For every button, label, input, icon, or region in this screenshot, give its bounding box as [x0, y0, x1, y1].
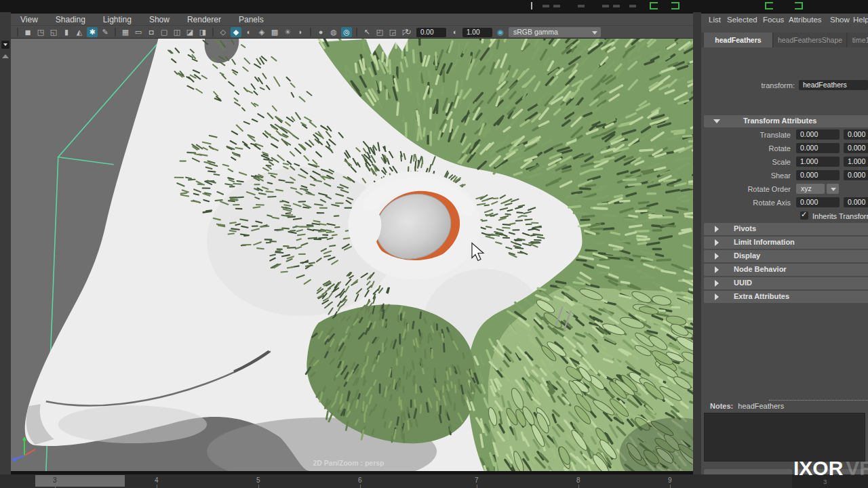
occlusion-icon[interactable]: ●: [315, 27, 326, 37]
collapsed-arrow-icon: [715, 239, 719, 246]
rotate-label: Rotate: [723, 144, 791, 152]
contrast-icon[interactable]: ◖: [449, 27, 460, 37]
menu-show[interactable]: Show: [149, 15, 170, 24]
collapsed-arrow-icon: [715, 266, 719, 273]
bookmark-icon[interactable]: ▮: [61, 27, 72, 37]
menu-panels[interactable]: Panels: [239, 15, 264, 24]
menu-shading[interactable]: Shading: [56, 15, 85, 24]
safe-title-icon[interactable]: ◨: [197, 27, 208, 37]
snap-icon[interactable]: ◰: [374, 27, 385, 37]
panel-expand-icon[interactable]: [2, 54, 9, 58]
menu-view[interactable]: View: [20, 15, 38, 24]
motion-blur-icon[interactable]: ◍: [328, 27, 339, 37]
translate-x-field[interactable]: 0.000: [796, 129, 840, 140]
multisample-icon[interactable]: ◎: [341, 27, 352, 37]
eye: [349, 171, 481, 280]
section-display[interactable]: Display: [704, 250, 868, 262]
inherits-transform-checkbox[interactable]: [800, 211, 808, 220]
record-bracket-icon: [795, 2, 803, 9]
exposure-field[interactable]: 0.00: [416, 28, 446, 37]
time-slider[interactable]: 3 4 5 6 7 8 9 3: [0, 474, 868, 488]
toolbar-separator: [115, 28, 116, 37]
layout-icon[interactable]: ◲: [387, 27, 398, 37]
toolbar-separator: [17, 28, 18, 37]
textured-mode-icon[interactable]: ◐: [243, 27, 254, 37]
menu-show-panel[interactable]: Show: [830, 16, 850, 24]
menu-help[interactable]: Help: [853, 16, 868, 24]
recorder-mark-icon: [553, 5, 560, 7]
viewport-toolbar: ◼ ◳ ◱ ▮ ◭ ✱ ✎ ▦ ▭ ◘ ▢ ◫ ◪ ◨ ◇ ◆ ◐ ◈ ▩ ✳ …: [11, 26, 693, 39]
menu-focus[interactable]: Focus: [763, 16, 784, 24]
color-management-cluster: ↻ 0.00 ◖ 1.00 ◉ sRGB gamma: [403, 27, 601, 37]
shaded-mode-icon[interactable]: ◆: [231, 27, 241, 37]
notes-textarea[interactable]: [704, 413, 865, 462]
collapsed-arrow-icon: [715, 253, 719, 260]
tab-time1[interactable]: time1: [848, 33, 868, 47]
viewport[interactable]: 2D Pan/Zoom : persp: [11, 39, 693, 471]
timeline-tick: 9: [668, 476, 672, 484]
timeline-tick: 8: [576, 476, 580, 484]
lights-icon[interactable]: ✳: [282, 27, 293, 37]
rotate-order-dropdown-button[interactable]: [827, 184, 839, 194]
material-icon[interactable]: ◈: [256, 27, 267, 37]
select-arrow-icon[interactable]: ↖: [361, 27, 372, 37]
section-extra-attributes[interactable]: Extra Attributes: [704, 291, 868, 303]
film-gate-icon[interactable]: ▭: [133, 27, 144, 37]
section-node-behavior[interactable]: Node Behavior: [704, 264, 868, 276]
rotate-axis-x-field[interactable]: 0.000: [796, 197, 840, 207]
select-button[interactable]: Select: [704, 469, 792, 474]
viewport-canvas[interactable]: [11, 39, 693, 471]
transform-name-field[interactable]: headFeathers: [799, 80, 868, 90]
timeline-range-block[interactable]: [35, 475, 125, 487]
grease-pencil-icon[interactable]: ✎: [100, 27, 111, 37]
translate-y-field[interactable]: 0.000: [844, 129, 868, 140]
menu-renderer[interactable]: Renderer: [187, 15, 221, 24]
scale-x-field[interactable]: 1.000: [796, 157, 840, 167]
gamma-toggle-icon[interactable]: ◉: [495, 27, 506, 37]
rotate-y-field[interactable]: 0.000: [844, 143, 868, 153]
field-chart-icon[interactable]: ◫: [172, 27, 182, 37]
shadows-icon[interactable]: ◗: [295, 27, 306, 37]
record-bracket-icon: [671, 2, 679, 9]
view-mask-icon[interactable]: ✱: [87, 27, 98, 37]
panel-flap-icon[interactable]: [1, 41, 9, 49]
rotate-axis-label: Rotate Axis: [723, 199, 791, 207]
panel-gutter[interactable]: [693, 12, 701, 474]
grid-icon[interactable]: ▦: [120, 27, 131, 37]
camera-orbit-icon[interactable]: ◱: [48, 27, 59, 37]
safe-action-icon[interactable]: ◪: [184, 27, 195, 37]
notes-node-name: headFeathers: [738, 402, 784, 410]
menu-list[interactable]: List: [709, 16, 721, 24]
bird-model[interactable]: [25, 39, 693, 471]
menu-attributes[interactable]: Attributes: [789, 16, 822, 24]
watermark-sub: VFX: [846, 457, 868, 479]
gamma-field[interactable]: 1.00: [462, 28, 492, 37]
rotate-x-field[interactable]: 0.000: [796, 143, 840, 153]
resolution-gate-icon[interactable]: ◘: [146, 27, 157, 37]
tab-headfeathers[interactable]: headFeathers: [704, 33, 773, 47]
image-plane-icon[interactable]: ◭: [74, 27, 85, 37]
watermark: IXORVFX: [793, 457, 868, 480]
scale-y-field[interactable]: 1.000: [844, 157, 868, 167]
section-pivots[interactable]: Pivots: [704, 223, 868, 235]
rotate-order-dropdown[interactable]: xyz: [796, 184, 825, 194]
menu-selected[interactable]: Selected: [727, 16, 757, 24]
colorspace-dropdown[interactable]: sRGB gamma: [509, 27, 601, 37]
exposure-icon[interactable]: ↻: [403, 27, 414, 37]
attribute-editor: headFeathers headFeathersShape time1 tra…: [701, 26, 868, 474]
dropdown-arrow-icon: [831, 188, 836, 191]
gate-mask-icon[interactable]: ▢: [159, 27, 170, 37]
toolbar-separator: [310, 28, 311, 37]
shear-y-field[interactable]: 0.000: [844, 170, 868, 180]
menu-lighting[interactable]: Lighting: [103, 15, 132, 24]
camera-aim-icon[interactable]: ◳: [35, 27, 46, 37]
shear-x-field[interactable]: 0.000: [796, 170, 840, 180]
section-limit-information[interactable]: Limit Information: [704, 237, 868, 249]
camera-icon[interactable]: ◼: [22, 27, 33, 37]
section-transform-attributes[interactable]: Transform Attributes: [704, 115, 868, 127]
tab-headfeathersshape[interactable]: headFeathersShape: [774, 33, 847, 47]
rotate-axis-y-field[interactable]: 0.000: [844, 197, 868, 207]
wireframe-icon[interactable]: ◇: [218, 27, 229, 37]
checker-icon[interactable]: ▩: [269, 27, 280, 37]
section-uuid[interactable]: UUID: [704, 277, 868, 289]
